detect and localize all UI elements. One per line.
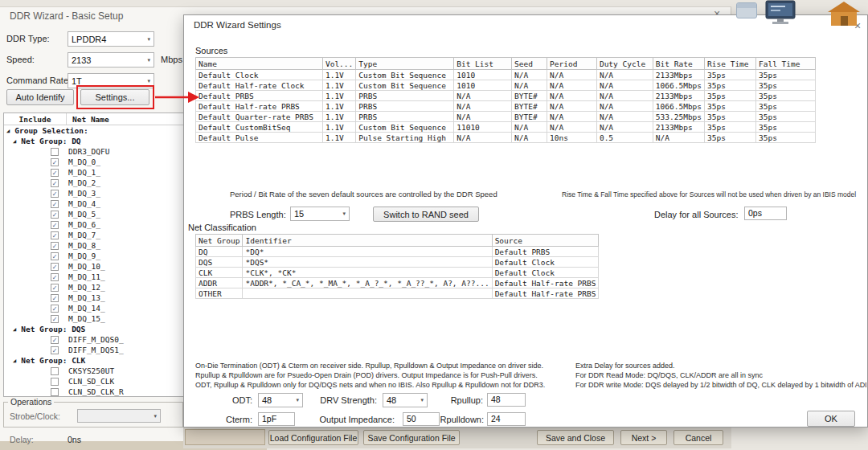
ddr-type-select[interactable]: LPDDR4 ▾	[68, 31, 154, 47]
tree-group-row[interactable]: ◢Net Group: DQS	[4, 324, 183, 334]
rpullup-input[interactable]: 48	[487, 393, 526, 407]
checkbox-checked[interactable]: ✓	[51, 273, 59, 281]
expand-arrow-icon[interactable]: ◢	[13, 326, 16, 333]
bottom-button-4[interactable]: Cancel	[674, 430, 723, 445]
checkbox-unchecked[interactable]	[51, 148, 59, 156]
tree-group-row[interactable]: ◢Net Group: CLK	[4, 355, 183, 366]
tree-group-row[interactable]: ◢Net Group: DQ	[4, 136, 183, 146]
tree-item[interactable]: ✓M_DQ_1_	[4, 167, 183, 178]
checkbox-checked[interactable]: ✓	[51, 221, 59, 229]
partially-visible-button[interactable]	[185, 429, 265, 445]
tree-item[interactable]: CLN_SD_CLK_R	[4, 387, 183, 397]
prbs-length-select[interactable]: 15 ▾	[290, 207, 350, 221]
tree-item[interactable]: ✓M_DQ_13_	[4, 292, 183, 303]
tree-item[interactable]: ✓DIFF_M_DQS0_	[4, 334, 183, 345]
checkbox-checked[interactable]: ✓	[51, 294, 59, 302]
chevron-down-icon: ▾	[296, 397, 299, 403]
tree-item[interactable]: ✓DIFF_M_DQS1_	[4, 345, 183, 355]
output-impedance-input[interactable]: 50	[403, 412, 440, 426]
expand-arrow-icon[interactable]: ◢	[13, 358, 16, 364]
cterm-input[interactable]: 1pF	[258, 412, 295, 426]
netclass-row[interactable]: ADDR*ADDR*, *_CA_*, *_MA_*, *_A_?_*, *_A…	[196, 278, 599, 288]
netclass-row[interactable]: OTHERDefault Half-rate PRBS	[196, 288, 599, 299]
checkbox-checked[interactable]: ✓	[51, 211, 59, 219]
strobe-clock-select[interactable]: ▾	[77, 409, 161, 423]
checkbox-checked[interactable]: ✓	[51, 252, 59, 260]
tree-item[interactable]: ✓M_DQ_12_	[4, 282, 183, 292]
tree-item[interactable]: ✓M_DQ_5_	[4, 209, 183, 219]
tree-item[interactable]: ✓M_DQ_11_	[4, 272, 183, 282]
desktop-icon-home[interactable]	[825, 0, 863, 30]
sources-row[interactable]: Default Half-rate PRBS1.1VPRBSN/ABYTE#N/…	[196, 101, 816, 112]
netclass-cell: Default Half-rate PRBS	[492, 278, 599, 288]
odt-value: 48	[262, 395, 272, 405]
checkbox-checked[interactable]: ✓	[51, 200, 59, 208]
net-name-column-header[interactable]: Net Name	[67, 113, 109, 125]
sources-cell: PRBS	[356, 112, 454, 122]
bottom-button-1[interactable]: Save Configuration File	[363, 430, 460, 445]
sources-cell: 1.1V	[322, 101, 355, 112]
checkbox-checked[interactable]: ✓	[51, 242, 59, 250]
include-column-header[interactable]: Include	[4, 113, 67, 125]
tree-item[interactable]: ✓M_DQ_7_	[4, 230, 183, 240]
expand-arrow-icon[interactable]: ◢	[6, 128, 10, 134]
drv-strength-select[interactable]: 48 ▾	[383, 393, 428, 407]
odt-select[interactable]: 48 ▾	[258, 393, 303, 407]
sources-row[interactable]: Default Half-rate Clock1.1VCustom Bit Se…	[196, 80, 816, 91]
checkbox-checked[interactable]: ✓	[51, 158, 59, 166]
checkbox-unchecked[interactable]	[51, 388, 59, 396]
tree-item[interactable]: ✓M_DQ_10_	[4, 261, 183, 272]
tree-item[interactable]: CKSYS250UT	[4, 366, 183, 376]
desktop-icon-computer[interactable]	[764, 0, 797, 28]
tree-item[interactable]: ✓M_DQ_4_	[4, 198, 183, 209]
sources-row[interactable]: Default Clock1.1VCustom Bit Sequence1010…	[196, 70, 816, 80]
bottom-button-2[interactable]: Save and Close	[537, 430, 614, 445]
tree-item[interactable]: ✓M_DQ_2_	[4, 178, 183, 188]
sources-row[interactable]: Default PRBS1.1VPRBSN/ABYTE#N/AN/A2133Mb…	[196, 91, 816, 101]
footer-note-right-line: Extra Delay for sources added.	[575, 361, 866, 370]
delay-all-sources-input[interactable]: 0ps	[744, 207, 787, 220]
checkbox-checked[interactable]: ✓	[51, 179, 59, 187]
checkbox-checked[interactable]: ✓	[51, 169, 59, 177]
auto-identify-button[interactable]: Auto Identify	[6, 89, 74, 105]
checkbox-checked[interactable]: ✓	[51, 305, 59, 313]
switch-rand-seed-button[interactable]: Switch to RAND seed	[373, 207, 479, 222]
speed-select[interactable]: 2133 ▾	[68, 52, 154, 68]
tree-item[interactable]: ✓M_DQ_0_	[4, 157, 183, 167]
sources-row[interactable]: Default Pulse1.1VPulse Starting HighN/AN…	[196, 133, 816, 143]
tree-item[interactable]: ✓M_DQ_14_	[4, 303, 183, 313]
checkbox-checked[interactable]: ✓	[51, 284, 59, 292]
sources-section-label: Sources	[195, 46, 227, 55]
sources-row[interactable]: Default CustomBitSeq1.1VCustom Bit Seque…	[196, 122, 816, 133]
command-rate-select[interactable]: 1T ▾	[68, 73, 154, 88]
netclass-cell: Default Clock	[492, 257, 599, 268]
desktop-icon-window[interactable]	[736, 2, 757, 18]
tree-item[interactable]: ✓M_DQ_15_	[4, 313, 183, 324]
netclass-row[interactable]: DQ*DQ*Default PRBS	[196, 247, 599, 257]
bottom-button-3[interactable]: Next >	[620, 430, 667, 445]
checkbox-checked[interactable]: ✓	[51, 336, 59, 344]
ok-button[interactable]: OK	[807, 411, 855, 427]
netclass-row[interactable]: CLK*CLK*, *CK*Default Clock	[196, 268, 599, 278]
checkbox-checked[interactable]: ✓	[51, 190, 59, 198]
checkbox-checked[interactable]: ✓	[51, 263, 59, 271]
rpulldown-input[interactable]: 24	[487, 412, 526, 426]
checkbox-checked[interactable]: ✓	[51, 346, 59, 354]
settings-button[interactable]: Settings...	[80, 89, 149, 105]
tree-item[interactable]: DDR3_DQFU	[4, 146, 183, 157]
tree-item[interactable]: ✓M_DQ_6_	[4, 219, 183, 230]
sources-row[interactable]: Default Quarter-rate PRBS1.1VPRBSN/ABYTE…	[196, 112, 816, 122]
checkbox-unchecked[interactable]	[51, 378, 59, 386]
checkbox-unchecked[interactable]	[51, 367, 59, 375]
checkbox-checked[interactable]: ✓	[51, 231, 59, 239]
expand-arrow-icon[interactable]: ◢	[13, 138, 16, 145]
ddr-type-value: LPDDR4	[72, 35, 106, 44]
netclass-row[interactable]: DQS*DQS*Default Clock	[196, 257, 599, 268]
tree-item[interactable]: CLN_SD_CLK	[4, 376, 183, 387]
tree-item[interactable]: ✓M_DQ_3_	[4, 188, 183, 198]
tree-group-row[interactable]: ◢Group Selection:	[4, 125, 183, 136]
tree-item[interactable]: ✓M_DQ_9_	[4, 251, 183, 261]
bottom-button-0[interactable]: Load Configuration File	[268, 430, 358, 445]
checkbox-checked[interactable]: ✓	[51, 315, 59, 323]
tree-item[interactable]: ✓M_DQ_8_	[4, 240, 183, 251]
